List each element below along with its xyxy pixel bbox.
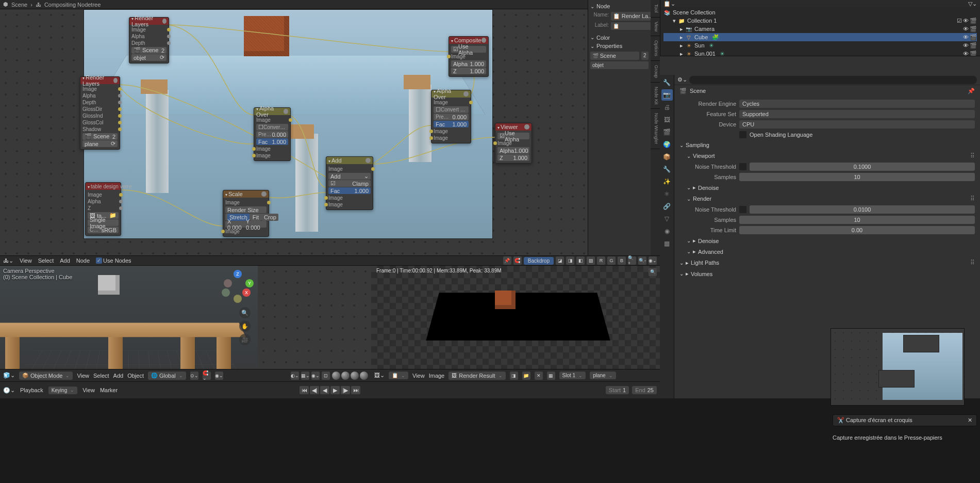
tab-texture-icon[interactable]: ▦ [661,238,673,249]
pin-icon[interactable]: 📌 [503,256,511,265]
next-key-icon[interactable]: |▶ [341,386,350,394]
overlays-icon[interactable]: ◉⌄ [311,372,320,380]
screenshot-thumbnail[interactable] [830,328,965,406]
slot-dropdown[interactable]: Slot 1 [559,372,586,379]
tab-data-icon[interactable]: ▽ [661,213,673,224]
toast-notification[interactable]: ✂️ Capture d'écran et croquis ✕ [833,414,977,426]
play-reverse-icon[interactable]: ◀ [320,386,329,394]
playback-controls[interactable]: ⏮ ◀| ◀ ▶ |▶ ⏭ [300,386,360,394]
editor-type-icon[interactable]: 🖧⌄ [3,257,13,264]
filter-icon[interactable]: ⚙⌄ [677,76,687,83]
use-nodes-toggle[interactable]: ✓Use Nodes [96,257,131,264]
tree-cube[interactable]: ▸▽Cube🧩👁🎬 [663,33,977,41]
tab-output-icon[interactable]: 🖨 [661,102,673,113]
node-scale[interactable]: ▾Scale Image Render Size Stretch Fit Cro… [223,190,269,237]
node-editor-header[interactable]: 🖧⌄ View Select Add Node ✓Use Nodes 📌 🧲 B… [0,255,660,266]
node-composite[interactable]: ▾Composite ☑Use Alpha Image Alpha1.000 Z… [449,36,489,77]
empty-node-area[interactable] [258,266,371,369]
tree-sun[interactable]: ▸☀Sun☀👁🎬 [663,41,977,50]
zoom-icon[interactable]: 🔍 [239,307,251,318]
render-subheader[interactable]: Render⠿ [679,193,975,204]
osl-checkbox[interactable] [739,131,746,138]
proportional-icon[interactable]: ◉⌄ [215,372,223,380]
tab-scene-icon[interactable]: 🎬 [661,126,673,138]
properties-tabs[interactable]: 🔧 📷 🖨 🖼 🎬 🌍 📦 🔧 ✨ ⚛ 🔗 ▽ ◉ ▦ [660,75,674,398]
node-image[interactable]: ▾table design verre Image Alpha Z 🖼 ta..… [85,182,121,236]
editor-type-icon[interactable]: 🕐⌄ [3,387,15,394]
tab-physics-icon[interactable]: ⚛ [661,188,673,200]
viewport-header[interactable]: 🧊⌄ 📦 Object Mode View Select Add Object … [0,369,371,381]
editor-type-icon[interactable]: 🖼⌄ [374,372,385,379]
node-mix-add[interactable]: ▾Add Image Add⌄ ☑Clamp Fac1.000 Image Im… [326,156,373,210]
image-selector[interactable]: 🖼 Render Result [449,372,505,380]
tab-material-icon[interactable]: ◉ [661,226,673,237]
menu-view[interactable]: View [20,257,32,264]
sampling-header[interactable]: Sampling [679,140,975,150]
tab-world-icon[interactable]: 🌍 [661,139,673,150]
zoom-out-icon[interactable]: 🔍- [638,256,646,265]
xray-icon[interactable]: ⊡ [322,372,330,380]
breadcrumb[interactable]: ⬢ Scene › 🖧 Compositing Nodetree [0,0,588,9]
play-icon[interactable]: ▶ [330,386,340,394]
compositor-node-editor[interactable]: ▾Render Layers Image Alpha Depth 🎬 Scene… [0,9,588,255]
options-icon[interactable]: ⠿ [970,152,975,159]
overlays-icon[interactable]: ◉⌄ [649,256,657,265]
feature-set-dropdown[interactable]: Supported [739,110,975,118]
shading-modes[interactable] [332,372,368,380]
tab-modifiers-icon[interactable]: 🔧 [661,164,673,175]
start-frame[interactable]: Start1 [606,386,629,394]
zoom-in-icon[interactable]: 🔍+ [628,256,636,265]
node-render-layers-1[interactable]: ▾Render Layers Image Alpha Depth 🎬 Scene… [129,17,169,63]
node-alpha-over-1[interactable]: ▾Alpha Over Image ☐Convert Premultiplied… [254,107,291,161]
breadcrumb-tree[interactable]: Compositing Nodetree [44,2,101,8]
node-alpha-over-2[interactable]: ▾Alpha Over Image ☐Convert Premultipli..… [431,90,471,143]
tab-viewlayer-icon[interactable]: 🖼 [661,114,673,125]
image-editor[interactable]: Frame:0 | Time:00:00.92 | Mem:33.89M, Pe… [371,266,660,369]
selected-cube[interactable] [98,275,120,295]
tree-scene-collection[interactable]: 📚Scene Collection [663,8,977,17]
jump-start-icon[interactable]: ⏮ [300,386,309,394]
end-frame[interactable]: End25 [632,386,657,394]
breadcrumb-scene[interactable]: Scene [11,2,27,8]
snap-icon[interactable]: 🧲⌄ [203,372,211,380]
n-panel-tabs[interactable]: Tool View Options Group Node Kit Node Wr… [651,0,660,255]
zoom-icon[interactable]: 🔍 [649,268,657,276]
panel-node-header[interactable]: Node [590,2,658,10]
preview-icon[interactable] [162,19,167,24]
backdrop-toggle[interactable]: Backdrop [524,257,554,265]
scene-layer-strip[interactable] [660,56,980,75]
render-engine-dropdown[interactable]: Cycles [739,100,975,108]
prev-key-icon[interactable]: ◀| [310,386,319,394]
tab-constraints-icon[interactable]: 🔗 [661,201,673,212]
pan-icon[interactable]: ✋ [239,320,251,332]
timeline-header[interactable]: 🕐⌄ Playback Keying View Marker ⏮ ◀| ◀ ▶ … [0,381,660,398]
viewport-subheader[interactable]: Viewport⠿ [679,150,975,162]
node-side-panel[interactable]: Node Name:📋 Render La... Label:📋 Color⠿ … [588,0,660,255]
snap-icon[interactable]: 🧲 [513,256,522,265]
node-render-layers-2[interactable]: ▾Render Layers Image Alpha Depth GlossDi… [80,76,120,150]
tab-particles-icon[interactable]: ✨ [661,176,673,187]
menu-select[interactable]: Select [38,257,54,264]
pin-icon[interactable]: 📌 [968,88,975,94]
tab-tool-icon[interactable]: 🔧 [661,77,673,88]
3d-viewport[interactable]: Camera Perspective (0) Scene Collection … [0,266,258,369]
pivot-icon[interactable]: ⊙⌄ [190,372,198,380]
editor-type-icon[interactable]: 🧊⌄ [3,372,15,379]
mode-dropdown[interactable]: 📦 Object Mode [19,372,73,380]
image-editor-header[interactable]: 🖼⌄ 📋 View Image 🖼 Render Result ◨ 📁 ✕ ▦ … [371,369,660,381]
tab-object-icon[interactable]: 📦 [661,151,673,163]
menu-node[interactable]: Node [76,257,90,264]
tree-collection-1[interactable]: ▾📁Collection 1☑👁🎬 [663,17,977,25]
nav-gizmo[interactable]: Z Y X [220,270,256,306]
orientation-dropdown[interactable]: 🌐 Global [148,372,186,380]
menu-add[interactable]: Add [60,257,70,264]
camera-icon[interactable]: 🎥 [239,334,251,345]
close-icon[interactable]: ✕ [968,417,972,424]
node-viewer[interactable]: ▾Viewer ☑Use Alpha Image Alpha1.000 Z1.0… [495,123,532,164]
jump-end-icon[interactable]: ⏭ [351,386,360,394]
tree-camera[interactable]: ▸📷Camera👁🎬 [663,25,977,33]
preview-icon[interactable] [113,78,118,83]
device-dropdown[interactable]: CPU [739,120,975,128]
layer-dropdown[interactable]: plane [590,372,616,379]
tab-render-icon[interactable]: 📷 [661,89,673,101]
